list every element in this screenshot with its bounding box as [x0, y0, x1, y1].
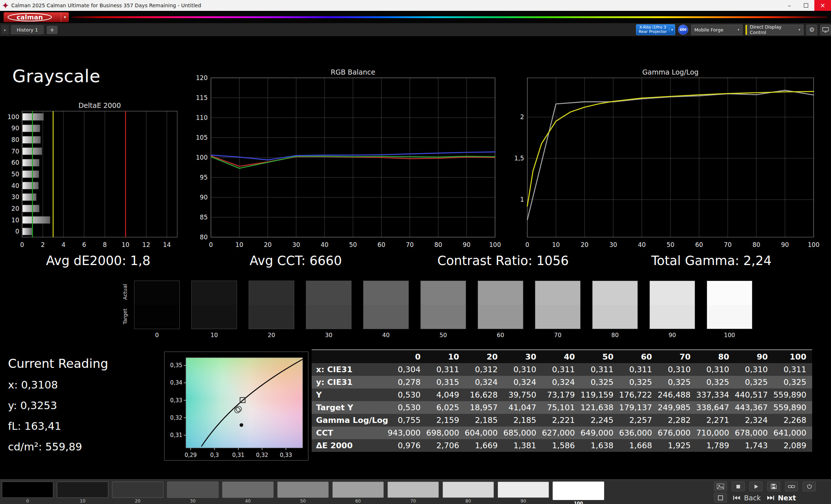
play-icon [753, 484, 759, 489]
pattern-swatch[interactable] [2, 482, 53, 498]
stop-button[interactable] [732, 482, 745, 491]
pattern-level-button-100[interactable]: 100 [553, 482, 604, 504]
table-value-cell: 6,025 [426, 401, 465, 414]
pattern-window-button[interactable] [714, 493, 727, 503]
svg-text:8: 8 [103, 241, 107, 248]
pattern-swatch[interactable] [553, 482, 604, 500]
table-row: CCT7943,0006698,0006604,0006685,0006627,… [312, 427, 812, 439]
swatch-box [649, 281, 695, 329]
svg-text:70: 70 [724, 241, 732, 248]
table-value-cell: 0,325 [774, 376, 812, 388]
svg-text:90: 90 [463, 241, 471, 248]
table-row: y: CIE310,2780,3150,3240,3240,3240,3250,… [312, 376, 812, 388]
table-value-cell: 176,722 [619, 388, 658, 401]
swatch-actual [478, 281, 523, 305]
swatch-actual [650, 281, 695, 305]
table-col-header: 40 [542, 350, 581, 363]
table-value-cell: 0,310 [503, 363, 542, 376]
swatch-level-label: 50 [420, 332, 466, 339]
cie-chromaticity-chart: 0,290,30,310,320,330,350,340,330,320,31 [165, 352, 307, 459]
power-button[interactable] [803, 482, 816, 491]
svg-text:0: 0 [15, 228, 19, 235]
meter-select-button[interactable]: X-Rite i1Pro 3 Rear Projector ▾ [636, 24, 675, 35]
pattern-control-bar: 0102030405060708090100 [0, 479, 831, 504]
pattern-level-button-20[interactable]: 20 [112, 482, 163, 504]
pattern-level-label: 0 [2, 499, 53, 504]
add-tab-button[interactable]: + [47, 26, 58, 34]
swatch-actual [593, 281, 637, 305]
table-value-cell: 0,755 [388, 414, 426, 427]
swatch-box [306, 281, 352, 329]
pattern-level-button-10[interactable]: 10 [57, 482, 108, 504]
pattern-swatch[interactable] [442, 482, 494, 498]
table-col-header: 70 [658, 350, 696, 363]
minimize-button[interactable]: – [781, 0, 798, 11]
close-button[interactable]: × [814, 0, 831, 11]
next-button[interactable]: Next [766, 493, 796, 503]
table-value-cell: 6698,000 [426, 427, 465, 439]
grayscale-swatch-30: 30 [306, 281, 352, 339]
save-button[interactable] [767, 482, 780, 491]
chevron-down-icon[interactable]: ▾ [669, 28, 675, 32]
svg-text:30: 30 [609, 241, 617, 248]
back-button[interactable]: Back [733, 493, 761, 503]
svg-text:80: 80 [200, 234, 208, 241]
pattern-swatch[interactable] [332, 482, 384, 498]
grayscale-swatch-20: 20 [249, 281, 294, 339]
table-col-header: 80 [697, 350, 735, 363]
swatch-target [535, 305, 580, 329]
svg-text:80: 80 [11, 136, 19, 143]
svg-text:105: 105 [196, 134, 208, 141]
svg-text:1,5: 1,5 [514, 155, 524, 162]
swatch-level-label: 70 [535, 332, 581, 339]
pattern-swatch[interactable] [387, 482, 439, 498]
pattern-swatch[interactable] [222, 482, 274, 498]
pattern-swatch[interactable] [57, 482, 108, 498]
display-control-dropdown[interactable]: Direct Display Control ▾ [745, 25, 803, 35]
pattern-level-label: 80 [442, 499, 494, 504]
screenshot-button[interactable] [714, 482, 727, 491]
row-label: Y [312, 388, 388, 401]
pattern-swatch[interactable] [498, 482, 549, 498]
table-row: x: CIE310,3040,3110,3120,3100,3110,3110,… [312, 363, 812, 376]
history-expander-button[interactable]: ▸ [1, 25, 9, 34]
link-button[interactable] [785, 482, 798, 491]
table-value-cell: 2,089 [774, 439, 812, 452]
pattern-level-button-90[interactable]: 90 [498, 482, 549, 504]
pattern-source-label: Mobile Forge [694, 27, 723, 33]
pattern-level-button-60[interactable]: 60 [332, 482, 384, 504]
grayscale-swatch-90: 90 [649, 281, 695, 339]
swatch-box [249, 281, 294, 329]
pattern-level-button-30[interactable]: 30 [167, 482, 219, 504]
swatch-level-label: 30 [306, 332, 352, 339]
table-row: Target Y0,5306,02518,95741,04775,101121,… [312, 401, 812, 414]
tab-history-1[interactable]: History 1 [11, 25, 44, 34]
row-label: ΔE 2000 [312, 439, 388, 452]
swatch-level-label: 40 [363, 332, 409, 339]
pattern-swatch[interactable] [277, 482, 329, 498]
swatch-box [191, 281, 237, 329]
play-button[interactable] [749, 482, 763, 491]
table-value-cell: 1,789 [697, 439, 735, 452]
svg-text:0,31: 0,31 [232, 452, 244, 458]
display-settings-button[interactable] [820, 25, 831, 35]
table-value-cell: 179,137 [619, 401, 658, 414]
table-value-cell: 0,325 [735, 376, 773, 388]
meter-status-badge[interactable]: 600 [678, 25, 688, 35]
pattern-level-button-0[interactable]: 0 [2, 482, 53, 504]
settings-button[interactable]: ⚙ [806, 25, 817, 35]
svg-text:70: 70 [11, 148, 19, 155]
pattern-level-button-40[interactable]: 40 [222, 482, 274, 504]
pattern-swatch[interactable] [112, 482, 163, 498]
pattern-swatch[interactable] [167, 482, 219, 498]
pattern-source-dropdown[interactable]: Mobile Forge ▾ [691, 25, 743, 35]
pattern-level-label: 20 [112, 499, 163, 504]
logo-dropdown-icon[interactable]: ▾ [61, 12, 66, 22]
calman-logo-button[interactable]: calman ▾ [4, 12, 69, 22]
pattern-level-button-80[interactable]: 80 [442, 482, 494, 504]
swatch-target [363, 305, 408, 329]
pattern-level-button-50[interactable]: 50 [277, 482, 329, 504]
maximize-button[interactable] [798, 0, 814, 11]
contrast-ratio-stat: Contrast Ratio: 1056 [420, 253, 586, 268]
pattern-level-button-70[interactable]: 70 [387, 482, 439, 504]
